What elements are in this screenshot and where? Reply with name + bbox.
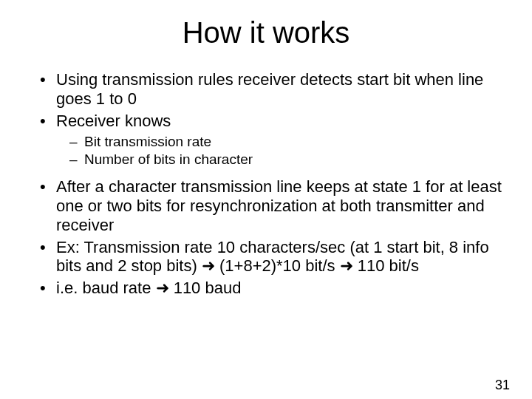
bullet-text: Using transmission rules receiver detect… xyxy=(56,70,483,108)
bullet-text: Bit transmission rate xyxy=(84,134,211,149)
bullet-level1: Using transmission rules receiver detect… xyxy=(35,70,502,109)
bullet-level1: After a character transmission line keep… xyxy=(35,177,502,235)
slide-content: Using transmission rules receiver detect… xyxy=(0,70,532,298)
bullet-text: Ex: Transmission rate 10 characters/sec … xyxy=(56,238,489,276)
bullet-level2: Bit transmission rate xyxy=(35,134,502,150)
bullet-text: After a character transmission line keep… xyxy=(56,177,502,234)
bullet-level2: Number of bits in character xyxy=(35,151,502,168)
slide-title: How it works xyxy=(0,16,532,50)
bullet-level1: i.e. baud rate ➜ 110 baud xyxy=(35,279,502,298)
bullet-text: Number of bits in character xyxy=(84,151,253,167)
page-number: 31 xyxy=(495,378,510,393)
bullet-level1: Ex: Transmission rate 10 characters/sec … xyxy=(35,238,502,276)
bullet-text: Receiver knows xyxy=(56,112,171,130)
bullet-text: i.e. baud rate ➜ 110 baud xyxy=(56,279,241,297)
slide: How it works Using transmission rules re… xyxy=(0,16,532,399)
bullet-level1: Receiver knows xyxy=(35,112,502,131)
spacer xyxy=(35,170,502,177)
